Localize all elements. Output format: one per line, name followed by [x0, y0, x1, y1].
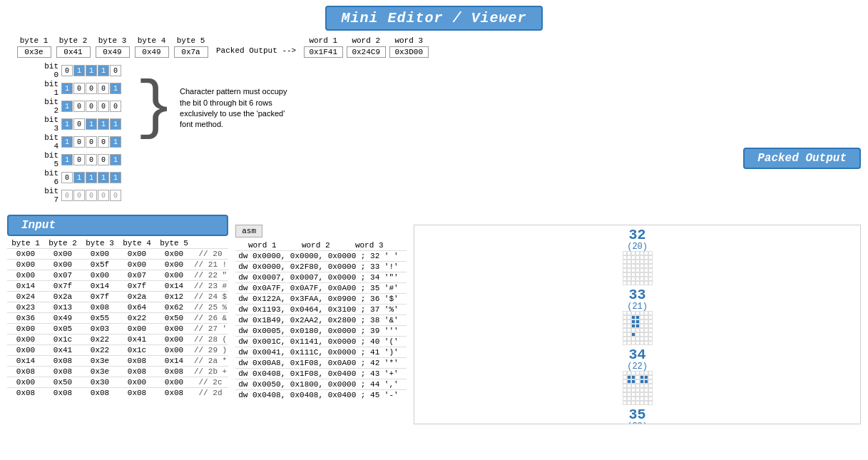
input-cell-2-2: 0x00	[81, 270, 118, 280]
input-cell-1-1: 0x00	[44, 260, 81, 270]
packed-output-label-box: Packed Output	[743, 148, 861, 169]
byte-col-1: byte 2	[53, 36, 93, 46]
word-label-0: word 1	[309, 36, 337, 45]
output-cell-11: dw 0x0408, 0x1F08, 0x0400 ; 43 '+'	[235, 369, 407, 379]
input-cell-11-5: // 2b +	[193, 367, 228, 377]
input-cell-6-4: 0x50	[155, 313, 193, 323]
bit-cell-1-4: 1	[110, 83, 121, 94]
output-table-row-8: dw 0x001C, 0x1141, 0x0000 ; 40 '('	[235, 336, 407, 347]
byte-labels-row: byte 1byte 2byte 3byte 4byte 5	[14, 36, 210, 46]
output-table-row-13: dw 0x0408, 0x0408, 0x0400 ; 45 '-'	[235, 389, 407, 400]
bit-row-4: bit 410001	[36, 133, 121, 150]
input-cell-4-1: 0x2a	[44, 292, 81, 302]
brace-container: } Character pattern must occupy the bit …	[136, 76, 294, 140]
input-cell-13-3: 0x08	[118, 388, 155, 398]
bit-row-0: bit 001110	[36, 62, 121, 79]
input-table-row-6: 0x360x490x550x220x50// 26 &	[7, 312, 228, 323]
glyph-number-32: 32	[629, 228, 646, 242]
input-cell-4-4: 0x12	[155, 292, 193, 302]
byte-val-3: 0x49	[135, 46, 169, 58]
packed-arrow-text: Packed Output -->	[210, 36, 302, 55]
output-table-row-5: dw 0x1193, 0x0464, 0x3100 ; 37 '%'	[235, 304, 407, 315]
output-cell-8: dw 0x001C, 0x1141, 0x0000 ; 40 '('	[235, 337, 407, 347]
input-table-row-12: 0x000x500x300x000x00// 2c	[7, 377, 228, 387]
bit-row-label-3: bit 3	[36, 116, 58, 133]
glyph-number-33: 33	[629, 288, 646, 302]
input-cell-5-1: 0x13	[44, 302, 81, 312]
bit-cell-3-3: 1	[98, 118, 109, 130]
input-cell-0-4: 0x00	[155, 249, 193, 259]
input-cell-5-2: 0x08	[81, 302, 118, 312]
byte-values-row: 0x3e0x410x490x490x7a	[14, 46, 210, 58]
bit-cell-6-2: 1	[86, 172, 97, 183]
output-table-header: word 1word 2word 3	[235, 240, 407, 250]
input-cell-9-5: // 29 )	[193, 345, 228, 355]
output-table-row-9: dw 0x0041, 0x111C, 0x0000 ; 41 ')'	[235, 347, 407, 357]
input-cell-7-4: 0x00	[155, 324, 193, 334]
annotation-text: Character pattern must occupy the bit 0 …	[180, 86, 294, 131]
input-cell-13-2: 0x08	[81, 388, 118, 398]
asm-tab[interactable]: asm	[235, 225, 262, 237]
header-title-box: Mini Editor / Viewer	[325, 6, 542, 31]
input-table-row-5: 0x230x130x080x640x62// 25 %	[7, 302, 228, 312]
input-table-row-4: 0x240x2a0x7f0x2a0x12// 24 $	[7, 291, 228, 302]
bit-cell-7-4: 0	[110, 190, 121, 201]
output-cell-0: dw 0x0000, 0x0000, 0x0000 ; 32 ' '	[235, 251, 407, 261]
bit-cell-4-2: 0	[86, 136, 97, 148]
input-cell-13-0: 0x08	[7, 388, 44, 398]
input-cell-1-4: 0x00	[155, 260, 193, 270]
byte-val-1: 0x41	[56, 46, 91, 58]
input-table-rows: 0x000x000x000x000x00// 200x000x000x5f0x0…	[7, 248, 228, 398]
output-table-row-11: dw 0x0408, 0x1F08, 0x0400 ; 43 '+'	[235, 368, 407, 379]
bit-cell-2-4: 0	[110, 101, 121, 112]
bit-cell-3-2: 1	[86, 118, 97, 130]
glyph-item-32: 32(20)	[417, 228, 857, 285]
input-cell-0-0: 0x00	[7, 249, 44, 259]
input-cell-11-2: 0x3e	[81, 367, 118, 377]
input-cell-4-0: 0x24	[7, 292, 44, 302]
bit-cell-4-3: 0	[98, 136, 109, 148]
word-val-0: 0x1F41	[304, 46, 343, 58]
glyph-col1: 32(20)33(21)34(22)35(23)	[417, 228, 857, 424]
byte-label-2: byte 3	[98, 36, 127, 45]
input-cell-12-1: 0x50	[44, 377, 81, 387]
bit-cell-1-0: 1	[61, 83, 73, 94]
input-cell-3-5: // 23 #	[193, 281, 228, 291]
header-title: Mini Editor / Viewer	[341, 10, 526, 26]
bit-grid-section: bit 001110bit 110001bit 210000bit 310111…	[0, 59, 868, 208]
output-cell-3: dw 0x0A7F, 0x0A7F, 0x0A00 ; 35 '#'	[235, 283, 407, 293]
word-val-2: 0x3D00	[389, 46, 429, 58]
bit-cell-2-1: 0	[73, 101, 85, 112]
bit-cell-6-4: 1	[110, 172, 121, 183]
bit-grid-area: bit 001110bit 110001bit 210000bit 310111…	[36, 62, 121, 205]
word-label-col-1: word 2	[344, 36, 387, 46]
glyph-cell-33-7-6	[648, 341, 653, 345]
bit-cell-0-1: 1	[73, 65, 85, 76]
input-cell-7-0: 0x00	[7, 324, 44, 334]
input-cell-1-0: 0x00	[7, 260, 44, 270]
input-cell-3-4: 0x14	[155, 281, 193, 291]
byte-label-1: byte 2	[59, 36, 88, 45]
byte-label-3: byte 4	[138, 36, 166, 45]
glyph-item-33: 33(21)	[417, 288, 857, 345]
bit-cell-3-0: 1	[61, 118, 73, 130]
input-cell-3-1: 0x7f	[44, 281, 81, 291]
brace-symbol: }	[136, 76, 174, 140]
glyph-sub-34: (22)	[627, 362, 648, 371]
input-cell-2-0: 0x00	[7, 270, 44, 280]
glyph-item-35: 35(23)	[417, 408, 857, 424]
input-cell-11-3: 0x08	[118, 367, 155, 377]
glyph-sub-33: (21)	[627, 302, 648, 311]
output-cell-2: dw 0x0007, 0x0007, 0x0000 ; 34 '"'	[235, 272, 407, 282]
byte-col-2: byte 3	[93, 36, 132, 46]
input-cell-8-4: 0x00	[155, 334, 193, 344]
bit-row-label-2: bit 2	[36, 98, 58, 115]
bit-cell-1-1: 0	[73, 83, 85, 94]
byte-val-4: 0x7a	[174, 46, 208, 58]
bit-cell-5-3: 0	[98, 154, 109, 165]
input-cell-5-4: 0x62	[155, 302, 193, 312]
input-cell-6-0: 0x36	[7, 313, 44, 323]
input-cell-0-3: 0x00	[118, 249, 155, 259]
bit-cell-2-2: 0	[86, 101, 97, 112]
bit-cells-5: 10001	[61, 154, 121, 165]
